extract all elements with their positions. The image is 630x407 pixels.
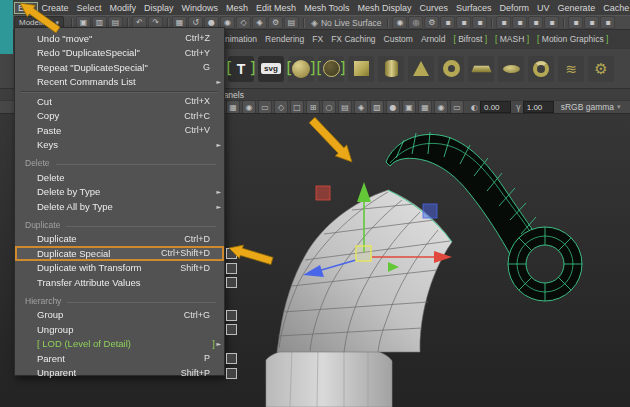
menubar-item-edit-mesh[interactable]: Edit Mesh <box>252 2 300 14</box>
shelf-tab-fx-caching[interactable]: FX Caching <box>327 32 379 46</box>
gamma-value[interactable]: 1.00 <box>523 101 554 113</box>
edit-menu-item-repeat-duplicatespecial[interactable]: Repeat "DuplicateSpecial"G <box>15 60 224 75</box>
shelf-tab-arnold[interactable]: Arnold <box>417 32 450 46</box>
soft-select-icon[interactable]: ▪ <box>512 16 527 29</box>
shelf-tab-mash[interactable]: [ MASH ] <box>491 32 533 46</box>
edit-menu-item-duplicate-special[interactable]: Duplicate SpecialCtrl+Shift+D <box>15 246 224 261</box>
menubar-item-surfaces[interactable]: Surfaces <box>452 2 496 14</box>
edit-menu-item-keys[interactable]: Keys► <box>15 138 224 153</box>
menubar-item-edit[interactable]: Edit <box>14 2 38 14</box>
menubar-item-cache[interactable]: Cache <box>599 2 630 14</box>
menubar-item-mesh-display[interactable]: Mesh Display <box>354 2 416 14</box>
manipulator-plane-handle-red[interactable] <box>316 186 330 200</box>
shelf-tab-rendering[interactable]: Rendering <box>261 32 308 46</box>
menubar-item-windows[interactable]: Windows <box>178 2 223 14</box>
safe-action-icon[interactable]: □ <box>290 100 304 114</box>
poly-helix-icon[interactable] <box>558 56 584 82</box>
gate-mask-icon[interactable]: ▭ <box>258 100 272 114</box>
poly-plane-icon[interactable] <box>468 56 494 82</box>
color-space-dropdown[interactable]: sRGB gamma ▾ <box>561 102 621 112</box>
option-box-parent[interactable] <box>226 353 237 364</box>
menubar-item-generate[interactable]: Generate <box>554 2 600 14</box>
option-box-group[interactable] <box>226 310 237 321</box>
paint-effects-icon[interactable]: ▪ <box>440 16 455 29</box>
edit-menu-item-recent-commands-list[interactable]: Recent Commands List► <box>15 75 224 90</box>
edit-menu-item-cut[interactable]: CutCtrl+X <box>15 94 224 109</box>
make-live-icon[interactable]: ◈ <box>252 16 267 29</box>
frame-selection-icon[interactable]: ▤ <box>338 100 352 114</box>
film-fit-icon[interactable]: ● <box>386 100 400 114</box>
edit-menu-item-delete[interactable]: Delete <box>15 170 224 185</box>
option-box-duplicate-special[interactable] <box>226 248 237 259</box>
poly-cube-icon[interactable] <box>348 56 374 82</box>
exposure-value[interactable]: 0.00 <box>480 101 511 113</box>
select-by-hierarchy-icon[interactable]: ▤ <box>284 16 299 29</box>
manipulator-center-handle[interactable] <box>356 246 371 261</box>
exposure-field[interactable]: ◐ 0.00 <box>471 101 511 113</box>
shelf-tab-fx[interactable]: FX <box>308 32 327 46</box>
poly-cylinder-icon[interactable] <box>378 56 404 82</box>
option-box-duplicate-with-transform[interactable] <box>226 263 237 274</box>
sculpt-icon[interactable]: ▪ <box>496 16 511 29</box>
poly-gear-icon[interactable] <box>588 56 614 82</box>
edit-menu-item-delete-by-type[interactable]: Delete by Type► <box>15 185 224 200</box>
shelf-tab-bifrost[interactable]: [ Bifrost ] <box>449 32 491 46</box>
poly-pipe-icon[interactable] <box>528 56 554 82</box>
input-line-icon[interactable]: ▪ <box>568 16 583 29</box>
menubar-item-deform[interactable]: Deform <box>496 2 534 14</box>
edit-menu-item-redo-duplicatespecial[interactable]: Redo "DuplicateSpecial"Ctrl+Y <box>15 46 224 61</box>
render-settings-icon[interactable]: ⚙ <box>424 16 439 29</box>
menubar-item-modify[interactable]: Modify <box>106 2 141 14</box>
shelf-tab-custom[interactable]: Custom <box>380 32 417 46</box>
menubar-item-uv[interactable]: UV <box>533 2 554 14</box>
edit-menu-item-unparent[interactable]: UnparentShift+P <box>15 366 224 381</box>
edit-menu-item-ungroup[interactable]: Ungroup <box>15 322 224 337</box>
film-gate-icon[interactable]: ▦ <box>226 100 240 114</box>
edit-menu-item-undo-move[interactable]: Undo "move"Ctrl+Z <box>15 31 224 46</box>
poly-torus-icon[interactable] <box>438 56 464 82</box>
edit-menu-item-transfer-attribute-values[interactable]: Transfer Attribute Values <box>15 275 224 290</box>
grid-toggle-icon[interactable]: ▧ <box>370 100 384 114</box>
menubar-item-select[interactable]: Select <box>73 2 106 14</box>
menubar-item-curves[interactable]: Curves <box>416 2 453 14</box>
resolution-gate-icon[interactable]: ◉ <box>242 100 256 114</box>
menubar-item-mesh[interactable]: Mesh <box>222 2 252 14</box>
option-box-unparent[interactable] <box>226 368 237 379</box>
field-chart-icon[interactable]: ◇ <box>274 100 288 114</box>
ipr-render-icon[interactable]: ◎ <box>408 16 423 29</box>
quick-render-icon[interactable]: ◉ <box>392 16 407 29</box>
motion-blur-icon[interactable]: ▭ <box>450 100 464 114</box>
edit-menu-item-copy[interactable]: CopyCtrl+C <box>15 109 224 124</box>
isolate-select-icon[interactable]: ◈ <box>354 100 368 114</box>
safe-title-icon[interactable]: ⊞ <box>306 100 320 114</box>
default-lighting-icon[interactable]: ▣ <box>402 100 416 114</box>
option-box-ungroup[interactable] <box>226 324 237 335</box>
selection-mask-icon[interactable]: ▪ <box>584 16 599 29</box>
manipulator-plane-handle-blue[interactable] <box>423 204 437 218</box>
option-box-transfer-attribute-values[interactable] <box>226 277 237 288</box>
frame-all-icon[interactable]: ○ <box>322 100 336 114</box>
edit-menu-item-lod-level-of-detail[interactable]: [ LOD (Level of Detail)]► <box>15 337 224 352</box>
menubar-item-mesh-tools[interactable]: Mesh Tools <box>300 2 353 14</box>
hypershade-icon[interactable]: ▪ <box>456 16 471 29</box>
screen-space-ao-icon[interactable]: ◉ <box>434 100 448 114</box>
edit-menu-item-duplicate-with-transform[interactable]: Duplicate with TransformShift+D <box>15 261 224 276</box>
poly-cone-icon[interactable] <box>408 56 434 82</box>
shadows-icon[interactable]: ▦ <box>418 100 432 114</box>
poly-disc-icon[interactable] <box>498 56 524 82</box>
edit-menu-item-parent[interactable]: ParentP <box>15 351 224 366</box>
edit-menu-item-paste[interactable]: PasteCtrl+V <box>15 123 224 138</box>
symmetry-icon[interactable]: ▪ <box>528 16 543 29</box>
menubar-item-create[interactable]: Create <box>38 2 73 14</box>
snap-view-plane-icon[interactable]: ◇ <box>236 16 251 29</box>
construction-history-icon[interactable]: ⚙ <box>268 16 283 29</box>
model-base[interactable] <box>266 345 392 407</box>
edit-menu-item-group[interactable]: GroupCtrl+G <box>15 308 224 323</box>
edit-menu-item-duplicate[interactable]: DuplicateCtrl+D <box>15 232 224 247</box>
gamma-field[interactable]: γ 1.00 <box>516 101 554 113</box>
shelf-tab-motion-graphics[interactable]: [ Motion Graphics ] <box>533 32 612 46</box>
menubar-item-display[interactable]: Display <box>140 2 178 14</box>
sort-outliner-icon[interactable]: ▪ <box>600 16 615 29</box>
svg-tool-icon[interactable] <box>258 56 284 82</box>
reflection-icon[interactable]: ▪ <box>544 16 559 29</box>
